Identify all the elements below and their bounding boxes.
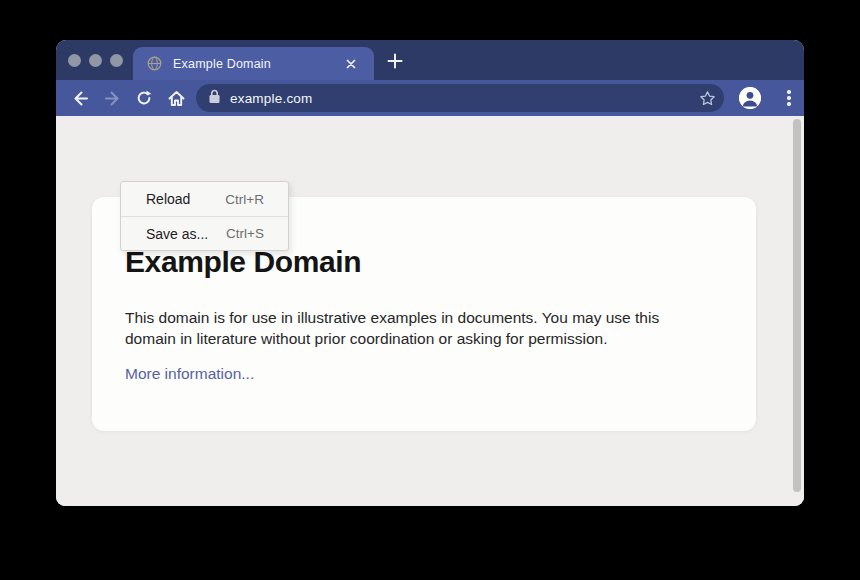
context-menu: Reload Ctrl+R Save as... Ctrl+S: [120, 181, 289, 251]
profile-avatar[interactable]: [739, 87, 761, 109]
menu-item-label: Reload: [146, 191, 190, 207]
home-icon[interactable]: [164, 86, 188, 110]
page-body-text: This domain is for use in illustrative e…: [125, 307, 710, 349]
scrollbar-track[interactable]: [790, 116, 804, 506]
new-tab-button[interactable]: [386, 52, 404, 70]
browser-menu-icon[interactable]: [778, 87, 800, 109]
context-menu-item-save-as[interactable]: Save as... Ctrl+S: [121, 216, 288, 250]
page-viewport: Reload Ctrl+R Save as... Ctrl+S Example …: [56, 116, 804, 506]
browser-window: Example Domain: [56, 40, 804, 506]
toolbar: example.com: [56, 80, 804, 116]
url-text: example.com: [230, 91, 312, 106]
back-icon[interactable]: [68, 86, 92, 110]
reload-icon[interactable]: [132, 86, 156, 110]
more-information-link[interactable]: More information...: [125, 365, 254, 383]
window-controls: [68, 54, 123, 67]
address-bar[interactable]: example.com: [196, 84, 724, 112]
menu-item-shortcut: Ctrl+R: [225, 192, 264, 207]
tab-title: Example Domain: [173, 57, 342, 71]
menu-item-shortcut: Ctrl+S: [226, 226, 264, 241]
context-menu-item-reload[interactable]: Reload Ctrl+R: [121, 182, 288, 216]
window-minimize-button[interactable]: [89, 54, 102, 67]
bookmark-star-icon[interactable]: [697, 88, 717, 108]
globe-favicon-icon: [147, 56, 162, 71]
forward-icon[interactable]: [100, 86, 124, 110]
tab-example-domain[interactable]: Example Domain: [133, 47, 374, 80]
tab-close-icon[interactable]: [342, 55, 360, 73]
lock-icon[interactable]: [208, 89, 221, 108]
menu-item-label: Save as...: [146, 226, 208, 242]
window-close-button[interactable]: [68, 54, 81, 67]
scrollbar-thumb[interactable]: [793, 119, 801, 492]
titlebar: Example Domain: [56, 40, 804, 80]
window-maximize-button[interactable]: [110, 54, 123, 67]
